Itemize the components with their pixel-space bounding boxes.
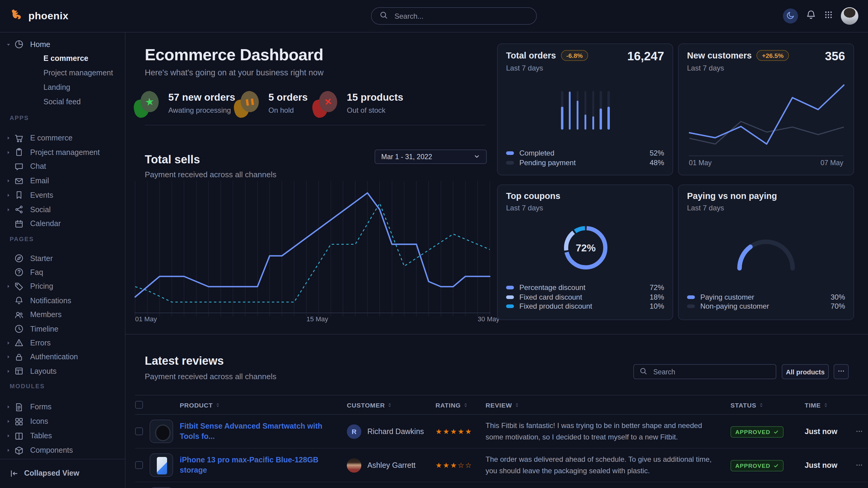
columns-icon <box>14 431 24 441</box>
sidebar-item-icons[interactable]: Icons <box>0 415 125 428</box>
users-icon <box>14 310 24 319</box>
sidebar-item-forms[interactable]: Forms <box>0 400 125 414</box>
global-search[interactable] <box>371 7 537 25</box>
reviews-search-input[interactable] <box>652 367 770 376</box>
caret-right-icon <box>5 206 11 213</box>
reviews-search[interactable] <box>633 364 776 379</box>
sidebar-item-tables[interactable]: Tables <box>0 429 125 443</box>
top-coupons-card: Top coupons Last 7 days 72% Percentage d… <box>497 185 673 320</box>
sidebar-subitem-social-feed[interactable]: Social feed <box>43 95 81 108</box>
sidebar-item-social[interactable]: Social <box>0 203 125 216</box>
user-avatar[interactable] <box>841 7 858 25</box>
clock-icon <box>14 324 24 333</box>
sidebar-item-project-management[interactable]: Project management <box>0 145 125 159</box>
search-icon <box>640 366 647 377</box>
x-icon: ✕ <box>323 96 333 107</box>
review-text: This Fitbit is fantastic! I was trying t… <box>486 420 731 443</box>
x-tick: 30 May <box>478 315 499 323</box>
row-menu-button[interactable] <box>850 427 867 435</box>
page-title: Ecommerce Dashboard <box>145 46 323 65</box>
row-checkbox[interactable] <box>135 427 143 435</box>
customer-avatar[interactable]: R <box>347 424 361 438</box>
column-header-review[interactable]: REVIEW <box>486 401 731 409</box>
sidebar-item-e-commerce[interactable]: E commerce <box>0 131 125 145</box>
sidebar-item-starter[interactable]: Starter <box>0 252 125 265</box>
caret-right-icon <box>5 418 11 424</box>
shopping-cart-icon <box>14 133 24 142</box>
all-products-button[interactable]: All products <box>782 364 829 379</box>
collapse-view-button[interactable]: Collapsed View <box>10 466 79 480</box>
apps-grid-icon <box>824 10 833 22</box>
order-bar <box>569 91 571 130</box>
column-header-product[interactable]: PRODUCT <box>180 401 347 409</box>
order-bar <box>561 91 563 130</box>
file-text-icon <box>14 402 24 412</box>
tag-icon <box>14 282 24 291</box>
sort-icon <box>386 402 393 408</box>
sidebar-item-pricing[interactable]: Pricing <box>0 280 125 293</box>
total-orders-title: Total orders <box>506 51 556 60</box>
total-sells-title: Total sells <box>145 153 200 166</box>
sidebar-item-authentication[interactable]: Authentication <box>0 351 125 364</box>
column-header-rating[interactable]: RATING <box>435 401 486 409</box>
row-checkbox[interactable] <box>135 461 143 469</box>
star-icon: ★ <box>145 96 154 107</box>
legend-item: Completed52% <box>506 149 664 157</box>
collapse-icon <box>10 469 19 478</box>
column-header-time[interactable]: TIME <box>805 401 850 409</box>
sidebar-item-members[interactable]: Members <box>0 308 125 321</box>
ellipsis-icon <box>855 461 863 469</box>
new-customers-value: 356 <box>825 50 845 63</box>
sidebar-item-events[interactable]: Events <box>0 189 125 202</box>
new-customers-x-axis: 01 May07 May <box>689 159 843 166</box>
sidebar-item-home[interactable]: Home <box>0 38 125 51</box>
x-tick: 01 May <box>135 315 157 323</box>
column-header-status[interactable]: STATUS <box>731 401 805 409</box>
sidebar-item-email[interactable]: Email <box>0 174 125 188</box>
paying-vs-non-paying-card: Paying vs non paying Last 7 days Paying … <box>678 185 854 320</box>
apps-menu-button[interactable] <box>824 10 833 22</box>
theme-toggle-button[interactable] <box>783 8 798 24</box>
reviews-more-button[interactable] <box>834 364 849 379</box>
sidebar-item-notifications[interactable]: Notifications <box>0 294 125 307</box>
product-link[interactable]: iPhone 13 pro max-Pacific Blue-128GB sto… <box>180 455 347 475</box>
sidebar-item-timeline[interactable]: Timeline <box>0 322 125 335</box>
sort-icon <box>214 402 220 408</box>
sidebar-item-errors[interactable]: Errors <box>0 336 125 350</box>
chevron-down-icon <box>473 153 480 159</box>
sidebar-item-calendar[interactable]: Calendar <box>0 217 125 230</box>
x-tick: 01 May <box>689 159 711 166</box>
row-menu-button[interactable] <box>850 461 867 469</box>
legend-item: Paying customer30% <box>687 293 845 301</box>
date-range-select[interactable]: Mar 1 - 31, 2022 <box>375 150 487 164</box>
sidebar-item-components[interactable]: Components <box>0 444 125 457</box>
caret-right-icon <box>5 149 11 155</box>
product-thumbnail[interactable] <box>150 420 173 443</box>
table-row <box>135 482 867 488</box>
brand-logo[interactable]: phoenix <box>10 8 68 24</box>
sidebar-item-chat[interactable]: Chat <box>0 160 125 173</box>
customer-avatar[interactable] <box>347 458 361 472</box>
grid-icon <box>14 417 24 426</box>
search-input[interactable] <box>393 11 528 21</box>
sidebar-subitem-project-management[interactable]: Project management <box>43 66 113 79</box>
brand-name: phoenix <box>28 10 68 22</box>
product-thumbnail[interactable] <box>150 453 173 477</box>
total-orders-badge: -6.8% <box>561 50 588 61</box>
legend-item: Percentage discount72% <box>506 283 664 292</box>
sidebar-item-layouts[interactable]: Layouts <box>0 364 125 378</box>
sidebar-subitem-landing[interactable]: Landing <box>43 81 70 94</box>
compass-icon <box>14 254 24 263</box>
ellipsis-icon <box>837 367 845 375</box>
customer-name: Ashley Garrett <box>367 461 415 469</box>
caret-right-icon <box>5 135 11 141</box>
product-link[interactable]: Fitbit Sense Advanced Smartwatch with To… <box>180 421 347 442</box>
sidebar-subitem-e-commerce[interactable]: E commerce <box>43 52 88 65</box>
sidebar-item-faq[interactable]: Faq <box>0 266 125 279</box>
order-bar <box>592 91 594 130</box>
notifications-button[interactable] <box>806 10 816 22</box>
select-all-checkbox[interactable] <box>135 401 143 409</box>
sidebar-section-label: APPS <box>10 114 29 121</box>
new-customers-title: New customers <box>687 51 752 60</box>
column-header-customer[interactable]: CUSTOMER <box>347 401 435 409</box>
